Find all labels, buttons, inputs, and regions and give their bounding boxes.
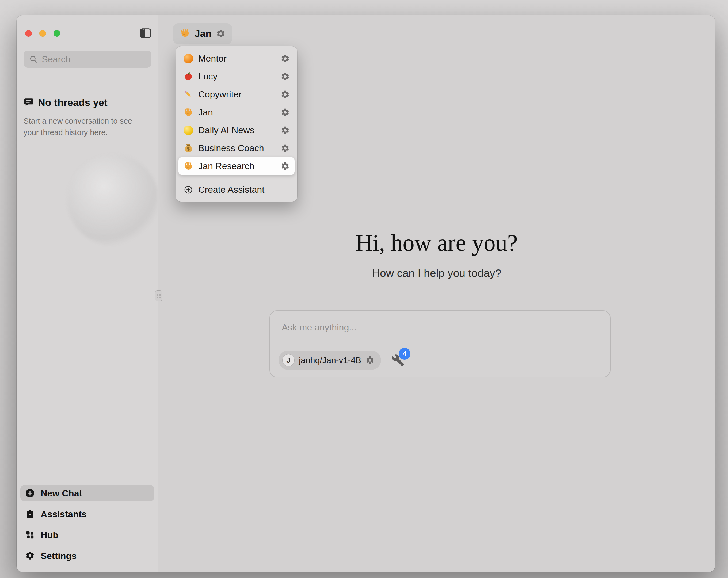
close-button[interactable] — [25, 30, 32, 37]
gear-icon[interactable] — [281, 144, 290, 153]
chat-input[interactable] — [270, 311, 610, 333]
plus-circle-outline-icon — [183, 185, 193, 195]
zoom-button[interactable] — [53, 30, 60, 37]
sidebar-item-hub[interactable]: Hub — [20, 527, 154, 543]
gear-icon[interactable] — [281, 161, 290, 171]
menu-item-business-coach[interactable]: Business Coach — [179, 139, 294, 157]
search-icon — [29, 55, 38, 64]
model-avatar: J — [282, 354, 294, 366]
sidebar: No threads yet Start a new conversation … — [17, 15, 158, 572]
sidebar-item-label: New Chat — [41, 488, 82, 499]
gear-icon — [25, 551, 35, 561]
sidebar-item-settings[interactable]: Settings — [20, 548, 154, 564]
hub-grid-icon — [25, 530, 35, 540]
assistants-icon — [25, 509, 35, 519]
tools-button[interactable]: 4 — [392, 354, 405, 367]
menu-item-label: Mentor — [198, 53, 276, 64]
minimize-button[interactable] — [39, 30, 46, 37]
gear-icon[interactable] — [281, 72, 290, 81]
waving-hand-icon — [183, 161, 193, 171]
toggle-sidebar-icon[interactable] — [139, 27, 152, 40]
model-selector[interactable]: J janhq/Jan-v1-4B — [279, 351, 381, 370]
menu-item-label: Create Assistant — [198, 184, 290, 195]
assistant-name: Jan — [194, 28, 212, 39]
gear-icon[interactable] — [281, 54, 290, 63]
menu-item-label: Lucy — [198, 71, 276, 82]
menu-item-daily-ai-news[interactable]: Daily AI News — [179, 121, 294, 139]
model-settings-icon[interactable] — [365, 356, 374, 365]
sidebar-item-label: Settings — [41, 551, 77, 561]
menu-item-jan[interactable]: Jan — [179, 103, 294, 121]
assistant-dropdown-menu: Mentor Lucy Copywriter Jan Daily AI News — [176, 46, 297, 202]
sidebar-item-new-chat[interactable]: New Chat — [20, 485, 154, 501]
app-window: No threads yet Start a new conversation … — [17, 15, 715, 572]
menu-item-lucy[interactable]: Lucy — [179, 68, 294, 85]
threads-empty-state: No threads yet Start a new conversation … — [24, 97, 147, 139]
gear-icon[interactable] — [281, 126, 290, 135]
orange-ball-icon — [183, 53, 193, 64]
waving-hand-icon — [180, 28, 190, 40]
gear-icon[interactable] — [281, 108, 290, 117]
menu-item-label: Jan — [198, 107, 276, 118]
empty-state-title: No threads yet — [38, 97, 108, 108]
greeting-subtitle: How can I help you today? — [158, 267, 715, 280]
sidebar-nav: New Chat Assistants Hub Settings — [20, 485, 154, 564]
search-input[interactable] — [42, 54, 146, 65]
chat-bubble-icon — [24, 98, 34, 108]
pencil-icon — [183, 90, 193, 100]
money-bag-icon — [183, 143, 193, 153]
tools-count-badge: 4 — [399, 348, 410, 360]
menu-item-create-assistant[interactable]: Create Assistant — [179, 181, 294, 199]
greeting-block: Hi, how are you? How can I help you toda… — [158, 229, 715, 280]
menu-item-mentor[interactable]: Mentor — [179, 50, 294, 68]
chat-composer: J janhq/Jan-v1-4B 4 — [269, 310, 610, 377]
apple-icon — [183, 71, 193, 82]
empty-state-description: Start a new conversation to see your thr… — [24, 115, 136, 139]
menu-item-copywriter[interactable]: Copywriter — [179, 85, 294, 103]
assistant-settings-icon[interactable] — [216, 29, 226, 39]
sidebar-item-label: Hub — [41, 530, 58, 540]
yellow-ball-icon — [183, 125, 193, 135]
sidebar-item-label: Assistants — [41, 509, 87, 520]
sidebar-resize-handle[interactable] — [155, 290, 162, 301]
menu-item-label: Copywriter — [198, 89, 276, 100]
composer-toolbar: J janhq/Jan-v1-4B 4 — [279, 351, 405, 370]
assistant-selector[interactable]: Jan — [173, 23, 232, 44]
main-area: Jan Mentor Lucy Copywriter — [158, 15, 715, 572]
menu-separator — [180, 178, 293, 178]
waving-hand-icon — [183, 107, 193, 118]
sidebar-item-assistants[interactable]: Assistants — [20, 506, 154, 522]
search-bar[interactable] — [24, 51, 151, 68]
menu-item-label: Daily AI News — [198, 125, 276, 135]
menu-item-label: Jan Research — [198, 161, 276, 171]
model-name: janhq/Jan-v1-4B — [299, 355, 361, 365]
plus-circle-icon — [25, 488, 35, 498]
menu-item-jan-research[interactable]: Jan Research — [179, 157, 294, 175]
greeting-title: Hi, how are you? — [158, 229, 715, 256]
window-controls — [25, 30, 60, 37]
menu-item-label: Business Coach — [198, 143, 276, 153]
gear-icon[interactable] — [281, 90, 290, 99]
